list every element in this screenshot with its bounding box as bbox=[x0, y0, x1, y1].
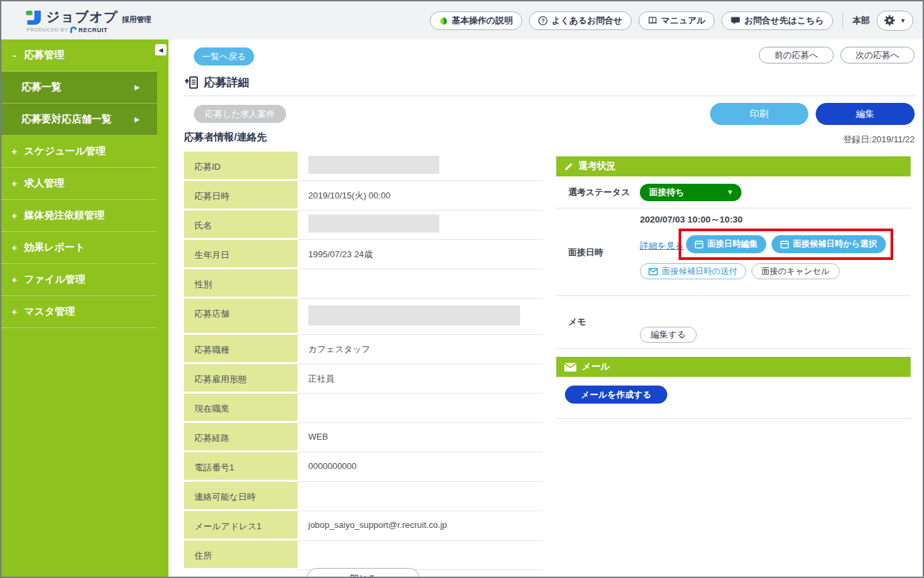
table-row: 氏名 bbox=[184, 210, 543, 240]
mail-section-header: メール bbox=[556, 357, 911, 377]
sidebar-item-file-management[interactable]: + ファイル管理 bbox=[1, 264, 157, 296]
app-logo: ジョブオプ 採用管理 PRODUCED BY RECRUIT bbox=[25, 8, 151, 33]
sidebar-item-application-management[interactable]: - 応募管理 bbox=[1, 39, 157, 71]
contact-button[interactable]: お問合せ先はこちら bbox=[721, 11, 833, 30]
document-upload-icon bbox=[184, 76, 199, 89]
svg-text:?: ? bbox=[541, 17, 544, 24]
redacted-value bbox=[308, 305, 520, 325]
close-button[interactable]: 閉じる ▲ bbox=[306, 568, 420, 578]
table-row: 応募経路 WEB bbox=[184, 423, 543, 452]
main-content: 一覧へ戻る 前の応募へ 次の応募へ 応募詳細 応募した求人案件 印刷 編集 応募… bbox=[168, 39, 924, 578]
chevron-down-icon: ▼ bbox=[900, 17, 906, 24]
applied-job-button[interactable]: 応募した求人案件 bbox=[194, 105, 286, 123]
view-detail-link[interactable]: 詳細を見る bbox=[640, 240, 684, 252]
table-row: 住所 bbox=[184, 541, 543, 570]
table-row: 生年月日 1995/07/23 24歳 bbox=[184, 240, 543, 269]
pencil-icon bbox=[564, 162, 573, 171]
table-row: 連絡可能な日時 bbox=[184, 482, 543, 511]
settings-menu-button[interactable]: ▼ bbox=[877, 11, 913, 31]
back-to-list-button[interactable]: 一覧へ戻る bbox=[194, 47, 254, 65]
memo-row: メモ 編集する bbox=[556, 296, 911, 349]
gear-icon bbox=[884, 15, 895, 26]
produced-by-label: PRODUCED BY bbox=[27, 27, 68, 33]
sidebar: - 応募管理 応募一覧 ▶ 応募要対応店舗一覧 ▶ + スケジュール管理 + 求… bbox=[1, 39, 168, 578]
previous-application-button[interactable]: 前の応募へ bbox=[759, 47, 834, 63]
jobop-logo-icon bbox=[25, 9, 42, 26]
table-row: 応募雇用形態 正社員 bbox=[184, 364, 543, 394]
table-row: 応募職種 カフェスタッフ bbox=[184, 335, 543, 364]
edit-interview-datetime-button[interactable]: 面接日時編集 bbox=[686, 235, 766, 253]
application-detail-page: ジョブオプ 採用管理 PRODUCED BY RECRUIT 基本操作 bbox=[0, 0, 924, 578]
interview-datetime-row: 面接日時 2020/07/03 10:00～10:30 詳細を見る bbox=[556, 208, 911, 296]
calendar-icon bbox=[780, 240, 789, 249]
selection-status-panel: 選考状況 選考ステータス 面接待ち ▼ 面接日時 2020/07/03 10:0… bbox=[556, 156, 911, 419]
table-row: メールアドレス1 jobop_saiyo_support@r.recruit.c… bbox=[184, 511, 543, 541]
chevron-up-icon: ▲ bbox=[402, 575, 409, 578]
red-highlight-box: 面接日時編集 面接候補日時から選択 bbox=[679, 229, 893, 260]
print-button[interactable]: 印刷 bbox=[710, 103, 808, 125]
calendar-icon bbox=[695, 240, 703, 249]
registered-date: 登録日:2019/11/22 bbox=[843, 134, 915, 146]
page-title: 応募詳細 bbox=[184, 75, 249, 90]
applicant-info-table: 応募ID 応募日時 2019/10/15(火) 00:00 氏名 生年月日 19… bbox=[184, 152, 543, 570]
status-row: 選考ステータス 面接待ち ▼ bbox=[556, 176, 911, 208]
brand-name: ジョブオプ bbox=[46, 8, 118, 26]
book-icon bbox=[648, 16, 657, 25]
manual-button[interactable]: マニュアル bbox=[639, 11, 715, 30]
sidebar-item-media-order-management[interactable]: + 媒体発注依頼管理 bbox=[1, 200, 157, 232]
table-row: 性別 bbox=[184, 269, 543, 299]
table-row: 現在職業 bbox=[184, 394, 543, 423]
sidebar-item-effect-report[interactable]: + 効果レポート bbox=[1, 232, 157, 264]
account-label: 本部 bbox=[852, 15, 870, 27]
basic-guide-button[interactable]: 基本操作の説明 bbox=[430, 11, 522, 30]
sidebar-item-application-list[interactable]: 応募一覧 ▶ bbox=[1, 71, 157, 104]
top-bar: ジョブオプ 採用管理 PRODUCED BY RECRUIT 基本操作 bbox=[1, 1, 923, 39]
sidebar-item-master-management[interactable]: + マスタ管理 bbox=[1, 296, 157, 328]
send-candidate-datetime-button[interactable]: 面接候補日時の送付 bbox=[640, 263, 746, 279]
topbar-divider bbox=[842, 12, 843, 29]
table-row: 電話番号1 0000000000 bbox=[184, 452, 543, 482]
sidebar-item-job-management[interactable]: + 求人管理 bbox=[1, 168, 157, 200]
table-row: 応募日時 2019/10/15(火) 00:00 bbox=[184, 181, 543, 210]
sidebar-item-stores-needing-response[interactable]: 応募要対応店舗一覧 ▶ bbox=[1, 104, 157, 136]
selection-status-header: 選考状況 bbox=[556, 156, 911, 176]
memo-edit-button[interactable]: 編集する bbox=[640, 327, 697, 343]
applicant-info-section-title: 応募者情報/連絡先 bbox=[184, 131, 267, 144]
title-divider bbox=[184, 96, 915, 96]
mail-section-body: メールを作成する bbox=[556, 386, 911, 419]
recruit-logo-icon bbox=[70, 27, 77, 33]
status-dropdown[interactable]: 面接待ち ▼ bbox=[640, 184, 741, 201]
chevron-left-icon: ◀ bbox=[158, 47, 163, 53]
chevron-right-icon: ▶ bbox=[134, 84, 140, 91]
producer-name: RECRUIT bbox=[79, 27, 108, 33]
select-candidate-datetime-button[interactable]: 面接候補日時から選択 bbox=[772, 235, 886, 253]
next-application-button[interactable]: 次の応募へ bbox=[840, 47, 915, 63]
redacted-value bbox=[308, 214, 439, 233]
compose-mail-button[interactable]: メールを作成する bbox=[565, 386, 667, 404]
sidebar-item-schedule-management[interactable]: + スケジュール管理 bbox=[1, 136, 157, 168]
status-label: 選考ステータス bbox=[568, 186, 640, 198]
chevron-right-icon: ▶ bbox=[134, 116, 140, 123]
redacted-value bbox=[308, 156, 439, 174]
interview-datetime-label: 面接日時 bbox=[568, 214, 640, 291]
interview-datetime-value: 2020/07/03 10:00～10:30 bbox=[640, 214, 911, 226]
beginner-leaf-icon bbox=[439, 16, 448, 25]
faq-button[interactable]: ? よくあるお問合せ bbox=[529, 11, 632, 30]
mail-icon bbox=[564, 363, 576, 372]
brand-suffix: 採用管理 bbox=[122, 15, 151, 26]
envelope-icon bbox=[649, 268, 658, 275]
sidebar-collapse-button[interactable]: ◀ bbox=[155, 44, 166, 55]
memo-label: メモ bbox=[568, 296, 640, 348]
edit-button[interactable]: 編集 bbox=[816, 103, 915, 125]
chevron-down-icon: ▼ bbox=[727, 188, 733, 196]
cancel-interview-button[interactable]: 面接のキャンセル bbox=[752, 263, 840, 279]
chat-bubble-icon bbox=[731, 16, 740, 25]
table-row: 応募ID bbox=[184, 152, 543, 181]
table-row: 応募店舗 bbox=[184, 299, 543, 335]
question-circle-icon: ? bbox=[538, 16, 548, 25]
